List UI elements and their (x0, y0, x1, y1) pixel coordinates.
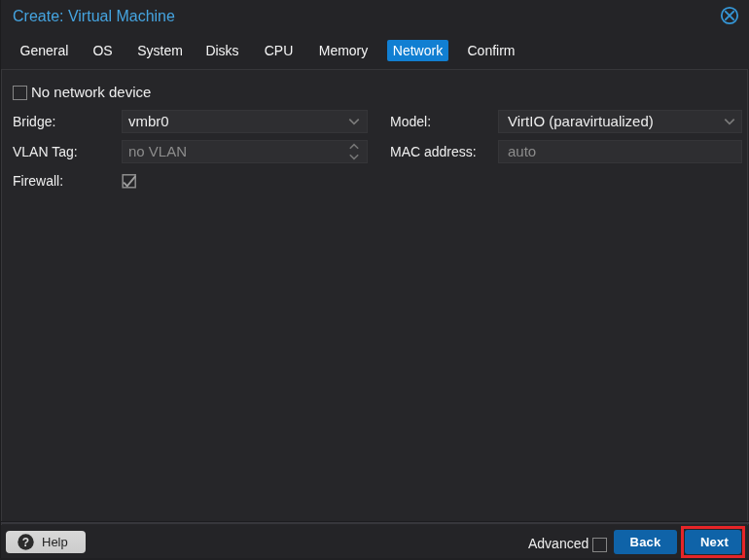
svg-text:?: ? (22, 536, 29, 549)
